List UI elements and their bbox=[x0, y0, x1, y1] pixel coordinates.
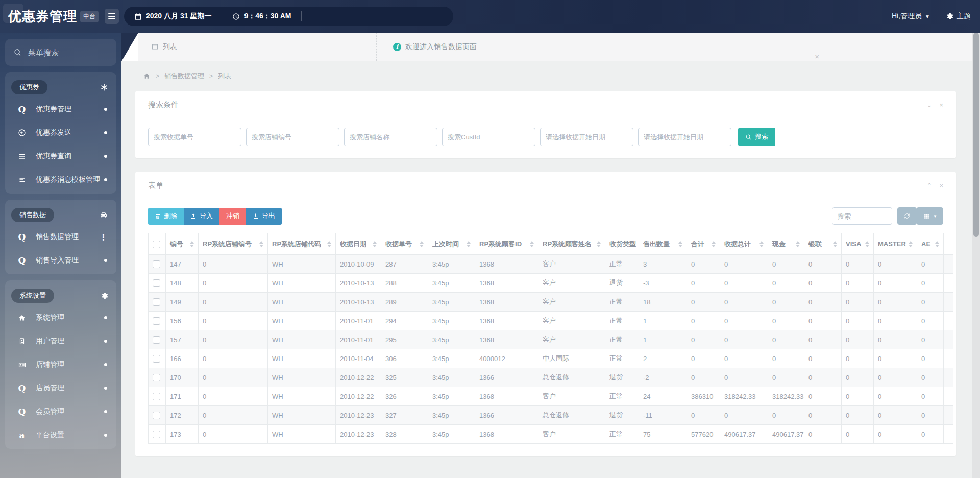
row-checkbox[interactable] bbox=[153, 260, 160, 268]
delete-button[interactable]: 删除 bbox=[148, 208, 184, 225]
row-checkbox-cell[interactable] bbox=[149, 312, 166, 330]
select-all-header-cell[interactable] bbox=[149, 233, 166, 255]
sidebar-item-0-3[interactable]: 优惠券消息模板管理 bbox=[5, 168, 116, 192]
receipt-start-date-input[interactable] bbox=[540, 128, 633, 146]
column-header-8[interactable]: 收货类型 bbox=[605, 233, 639, 255]
cell-收据单号: 326 bbox=[381, 387, 428, 406]
store-name-input[interactable] bbox=[344, 128, 437, 146]
select-all-checkbox[interactable] bbox=[153, 241, 160, 248]
columns-button[interactable]: ▼ bbox=[917, 207, 943, 225]
receipt-number-input[interactable] bbox=[148, 128, 241, 146]
column-header-9[interactable]: 售出数量 bbox=[639, 233, 687, 255]
column-header-2[interactable]: RP系统店铺代码 bbox=[268, 233, 336, 255]
sidebar-item-label: 优惠券消息模板管理 bbox=[36, 175, 100, 184]
export-button[interactable]: 导出 bbox=[246, 208, 282, 225]
store-number-input[interactable] bbox=[246, 128, 339, 146]
menu-search-input[interactable] bbox=[28, 48, 100, 57]
row-checkbox[interactable] bbox=[153, 279, 160, 287]
sort-icon bbox=[327, 241, 331, 247]
sidebar-item-2-2[interactable]: 店铺管理 bbox=[5, 353, 116, 376]
breadcrumb-item-sales[interactable]: 销售数据管理 bbox=[164, 71, 204, 81]
collapse-icon[interactable]: ⌄ bbox=[927, 101, 933, 109]
row-checkbox-cell[interactable] bbox=[149, 349, 166, 368]
sidebar-item-2-4[interactable]: Q会员管理 bbox=[5, 400, 116, 423]
row-checkbox-cell[interactable] bbox=[149, 406, 166, 425]
close-icon[interactable]: × bbox=[815, 52, 819, 61]
dot-icon bbox=[104, 108, 107, 111]
sidebar-item-0-0[interactable]: Q优惠券管理 bbox=[5, 98, 116, 121]
column-header-11[interactable]: 收据总计 bbox=[720, 233, 768, 255]
column-header-16[interactable]: AE bbox=[917, 233, 944, 255]
row-checkbox[interactable] bbox=[153, 355, 160, 363]
tab-strip: 列表 i 欢迎进入销售数据页面 × bbox=[121, 33, 972, 61]
sidebar-toggle-button[interactable] bbox=[105, 9, 119, 24]
page-scrollbar[interactable] bbox=[972, 33, 980, 478]
sidebar-item-2-0[interactable]: 系统管理 bbox=[5, 306, 116, 329]
sidebar-sections: 优惠券Q优惠券管理优惠券发送优惠券查询优惠券消息模板管理销售数据Q销售数据管理⋮… bbox=[0, 72, 121, 449]
table-search-input[interactable] bbox=[832, 207, 892, 225]
cell-MASTER: 0 bbox=[874, 387, 917, 406]
column-header-10[interactable]: 合计 bbox=[687, 233, 720, 255]
search-button[interactable]: 搜索 bbox=[738, 128, 775, 146]
sidebar-item-2-5[interactable]: a平台设置 bbox=[5, 423, 116, 447]
refresh-button[interactable] bbox=[897, 207, 917, 225]
user-menu[interactable]: Hi,管理员 ▼ bbox=[892, 12, 930, 21]
column-header-12[interactable]: 现金 bbox=[768, 233, 804, 255]
row-checkbox[interactable] bbox=[153, 393, 160, 400]
column-header-1[interactable]: RP系统店铺编号 bbox=[199, 233, 268, 255]
row-checkbox[interactable] bbox=[153, 336, 160, 344]
column-header-3[interactable]: 收据日期 bbox=[336, 233, 381, 255]
sidebar-item-1-0[interactable]: Q销售数据管理⋮ bbox=[5, 225, 116, 249]
row-checkbox-cell[interactable] bbox=[149, 255, 166, 274]
sidebar-item-2-3[interactable]: Q店员管理 bbox=[5, 376, 116, 400]
cell-现金: 0 bbox=[768, 406, 804, 425]
row-checkbox-cell[interactable] bbox=[149, 330, 166, 349]
row-checkbox[interactable] bbox=[153, 431, 160, 438]
row-checkbox[interactable] bbox=[153, 317, 160, 325]
column-header-label: 售出数量 bbox=[643, 240, 670, 249]
column-header-13[interactable]: 银联 bbox=[804, 233, 842, 255]
scrollbar-thumb[interactable] bbox=[973, 33, 979, 237]
cell-VISA: 0 bbox=[842, 255, 874, 274]
tab-list[interactable]: 列表 bbox=[121, 33, 377, 61]
cell-上次时间: 3:45p bbox=[428, 406, 475, 425]
row-checkbox-cell[interactable] bbox=[149, 425, 166, 444]
menu-search-box[interactable] bbox=[5, 39, 116, 66]
cell-RP系统店铺代码: WH bbox=[268, 425, 336, 444]
row-checkbox-cell[interactable] bbox=[149, 368, 166, 387]
collapse-icon[interactable]: ⌃ bbox=[927, 182, 933, 189]
writeoff-button[interactable]: 冲销 bbox=[219, 208, 246, 225]
filler-cell bbox=[944, 387, 953, 406]
cell-售出数量: -3 bbox=[639, 274, 687, 293]
column-header-0[interactable]: 编号 bbox=[166, 233, 199, 255]
home-icon[interactable] bbox=[143, 73, 151, 80]
column-header-5[interactable]: 上次时间 bbox=[428, 233, 475, 255]
sidebar-item-1-1[interactable]: Q销售导入管理 bbox=[5, 249, 116, 272]
column-header-6[interactable]: RP系统顾客ID bbox=[475, 233, 538, 255]
row-checkbox-cell[interactable] bbox=[149, 293, 166, 312]
row-checkbox[interactable] bbox=[153, 374, 160, 381]
custid-input[interactable] bbox=[442, 128, 535, 146]
column-header-15[interactable]: MASTER bbox=[874, 233, 917, 255]
cell-合计: 0 bbox=[687, 274, 720, 293]
filler-cell bbox=[944, 368, 953, 387]
row-checkbox-cell[interactable] bbox=[149, 387, 166, 406]
theme-button[interactable]: 主题 bbox=[945, 12, 971, 21]
column-header-7[interactable]: RP系统顾客姓名 bbox=[538, 233, 605, 255]
sidebar-item-0-2[interactable]: 优惠券查询 bbox=[5, 145, 116, 168]
close-icon[interactable]: × bbox=[939, 182, 943, 189]
column-header-14[interactable]: VISA bbox=[842, 233, 874, 255]
sidebar-item-2-1[interactable]: 用户管理 bbox=[5, 329, 116, 353]
column-header-4[interactable]: 收据单号 bbox=[381, 233, 428, 255]
breadcrumb-item-list[interactable]: 列表 bbox=[218, 71, 231, 81]
row-checkbox-cell[interactable] bbox=[149, 274, 166, 293]
row-checkbox[interactable] bbox=[153, 412, 160, 419]
theme-label: 主题 bbox=[957, 12, 971, 21]
row-checkbox[interactable] bbox=[153, 298, 160, 306]
sidebar-section-header: 优惠券 bbox=[5, 74, 116, 98]
import-button[interactable]: 导入 bbox=[184, 208, 219, 225]
sidebar-item-0-1[interactable]: 优惠券发送 bbox=[5, 121, 116, 145]
cell-收据日期: 2010-10-13 bbox=[336, 293, 381, 312]
receipt-end-date-input[interactable] bbox=[638, 128, 731, 146]
close-icon[interactable]: × bbox=[939, 101, 943, 109]
